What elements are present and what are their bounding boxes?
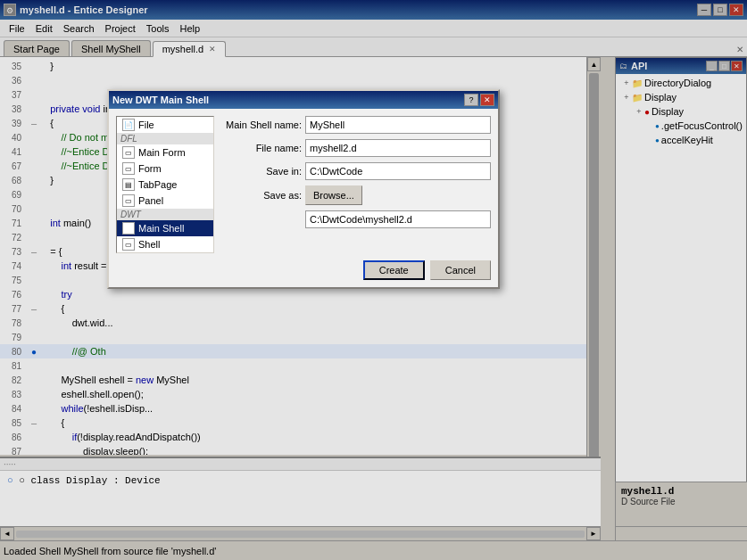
list-item-tabpage[interactable]: ▤ TabPage bbox=[117, 177, 213, 193]
save-in-label: Save in: bbox=[221, 166, 302, 177]
dialog-close-button[interactable]: ✕ bbox=[480, 94, 494, 106]
dialog-form: Main Shell name: File name: Save in: Sav… bbox=[221, 116, 491, 253]
dialog-body: 📄 File DFL ▭ Main Form ▭ Form ▤ TabPage bbox=[109, 109, 498, 260]
file-name-input[interactable] bbox=[305, 139, 491, 157]
cancel-button[interactable]: Cancel bbox=[430, 260, 491, 280]
form-icon: ▭ bbox=[122, 162, 135, 175]
full-path-input[interactable] bbox=[305, 210, 491, 228]
main-shell-name-row: Main Shell name: bbox=[221, 116, 491, 134]
dialog-help-button[interactable]: ? bbox=[464, 94, 478, 106]
list-item-form[interactable]: ▭ Form bbox=[117, 161, 213, 177]
new-dwt-main-shell-dialog: New DWT Main Shell ? ✕ 📄 File DFL ▭ Main… bbox=[107, 89, 500, 289]
modal-overlay: New DWT Main Shell ? ✕ 📄 File DFL ▭ Main… bbox=[0, 0, 747, 560]
template-list[interactable]: 📄 File DFL ▭ Main Form ▭ Form ▤ TabPage bbox=[116, 116, 214, 253]
browse-button[interactable]: Browse... bbox=[305, 185, 362, 205]
main-shell-name-input[interactable] bbox=[305, 116, 491, 134]
save-in-row: Save in: bbox=[221, 162, 491, 180]
file-icon: 📄 bbox=[122, 119, 135, 131]
list-item-shell[interactable]: ▭ Shell bbox=[117, 236, 213, 252]
list-item-main-shell[interactable]: ▭ Main Shell bbox=[117, 220, 213, 236]
save-in-input[interactable] bbox=[305, 162, 491, 180]
dialog-title: New DWT Main Shell bbox=[112, 95, 209, 105]
dialog-footer: Create Cancel bbox=[109, 260, 498, 287]
shell-icon: ▭ bbox=[122, 238, 135, 251]
list-separator-dfl: DFL bbox=[117, 133, 213, 144]
shell-icon: ▭ bbox=[122, 222, 135, 235]
main-shell-name-label: Main Shell name: bbox=[221, 119, 302, 130]
save-as-label: Save as: bbox=[221, 190, 302, 201]
file-name-label: File name: bbox=[221, 143, 302, 153]
list-separator-dwt: DWT bbox=[117, 209, 213, 220]
create-button[interactable]: Create bbox=[363, 260, 425, 280]
tab-icon: ▤ bbox=[122, 178, 135, 191]
file-name-row: File name: bbox=[221, 139, 491, 157]
form-icon: ▭ bbox=[122, 146, 135, 159]
list-item-file[interactable]: 📄 File bbox=[117, 117, 213, 133]
list-item-panel[interactable]: ▭ Panel bbox=[117, 193, 213, 209]
dialog-title-bar: New DWT Main Shell ? ✕ bbox=[109, 91, 498, 109]
panel-icon: ▭ bbox=[122, 194, 135, 207]
save-as-row: Save as: Browse... bbox=[221, 185, 491, 205]
list-item-main-form[interactable]: ▭ Main Form bbox=[117, 144, 213, 161]
path-display-row bbox=[221, 210, 491, 228]
